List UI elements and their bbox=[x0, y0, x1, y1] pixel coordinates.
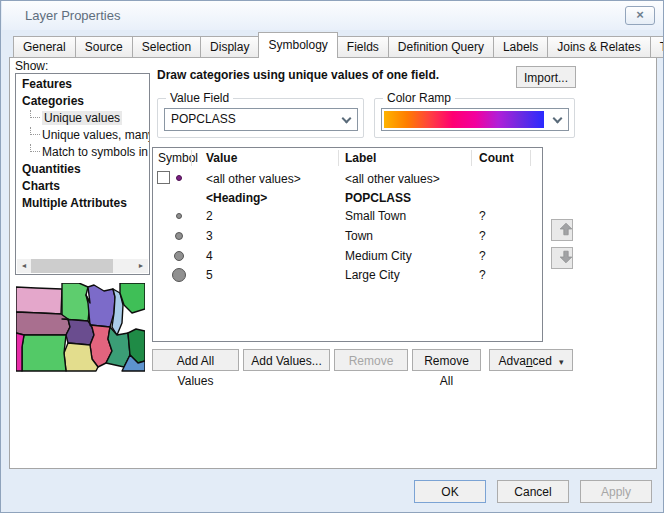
advanced-button[interactable]: Advanced▾ bbox=[489, 349, 573, 371]
tree-connector bbox=[30, 110, 40, 118]
tab-fields[interactable]: Fields bbox=[337, 36, 389, 58]
value-field-group: Value Field POPCLASS bbox=[157, 98, 364, 138]
color-ramp-label: Color Ramp bbox=[383, 91, 455, 105]
point-symbol-icon[interactable] bbox=[174, 251, 184, 261]
tab-display[interactable]: Display bbox=[200, 36, 259, 58]
map-preview bbox=[16, 283, 145, 372]
tab-joins-relates[interactable]: Joins & Relates bbox=[547, 36, 650, 58]
table-row-heading[interactable]: <Heading> POPCLASS bbox=[153, 188, 542, 208]
value-field-label: Value Field bbox=[166, 91, 233, 105]
window-title: Layer Properties bbox=[25, 8, 120, 23]
chevron-down-icon bbox=[553, 114, 563, 124]
ok-button[interactable]: OK bbox=[414, 480, 486, 503]
value-field-combobox[interactable]: POPCLASS bbox=[164, 108, 358, 131]
scroll-left-icon[interactable]: ◄ bbox=[17, 259, 31, 273]
unique-values-table: Symbol Value Label Count <all other valu… bbox=[152, 147, 543, 342]
chevron-down-icon bbox=[342, 114, 352, 124]
dropdown-caret-icon: ▾ bbox=[559, 357, 564, 367]
scrollbar-track[interactable] bbox=[113, 259, 134, 273]
tab-general[interactable]: General bbox=[13, 36, 76, 58]
scrollbar-thumb[interactable] bbox=[31, 259, 113, 273]
method-description: Draw categories using unique values of o… bbox=[157, 68, 439, 82]
arrow-up-icon bbox=[558, 221, 574, 237]
tree-connector bbox=[30, 144, 40, 152]
column-header-symbol: Symbol bbox=[158, 151, 198, 165]
color-ramp-group: Color Ramp bbox=[374, 98, 575, 138]
table-row-large-city[interactable]: 5 Large City ? bbox=[153, 265, 542, 285]
tree-item-categories[interactable]: Categories bbox=[16, 93, 149, 110]
symbology-tab-page: Show: Features Categories Unique values … bbox=[9, 57, 657, 469]
point-symbol-icon[interactable] bbox=[176, 175, 182, 181]
import-button[interactable]: Import... bbox=[516, 66, 576, 88]
tab-labels[interactable]: Labels bbox=[493, 36, 548, 58]
show-label: Show: bbox=[15, 59, 48, 73]
remove-button[interactable]: Remove bbox=[334, 349, 408, 371]
table-row-all-other-values[interactable]: <all other values> <all other values> bbox=[153, 169, 542, 189]
column-separator bbox=[338, 150, 339, 166]
close-icon[interactable]: × bbox=[625, 6, 655, 25]
all-other-values-checkbox[interactable] bbox=[157, 171, 170, 184]
tab-strip: General Source Selection Display Symbolo… bbox=[13, 34, 664, 58]
point-symbol-icon[interactable] bbox=[175, 232, 183, 240]
add-values-button[interactable]: Add Values... bbox=[243, 349, 330, 371]
point-symbol-icon[interactable] bbox=[172, 268, 186, 282]
tree-horizontal-scrollbar[interactable]: ◄ ► bbox=[17, 259, 148, 273]
tab-source[interactable]: Source bbox=[75, 36, 133, 58]
value-field-value: POPCLASS bbox=[171, 112, 236, 126]
tab-symbology[interactable]: Symbology bbox=[258, 32, 337, 58]
tab-time[interactable]: Time bbox=[650, 36, 664, 58]
cancel-button[interactable]: Cancel bbox=[497, 480, 569, 503]
tree-item-charts[interactable]: Charts bbox=[16, 178, 149, 195]
color-ramp-gradient bbox=[384, 111, 544, 128]
tree-item-unique-values[interactable]: Unique values bbox=[16, 110, 149, 127]
column-separator bbox=[471, 150, 472, 166]
title-bar[interactable]: Layer Properties × bbox=[2, 1, 664, 30]
tree-item-unique-values-many[interactable]: Unique values, many bbox=[16, 127, 149, 144]
scroll-right-icon[interactable]: ► bbox=[134, 259, 148, 273]
column-header-label: Label bbox=[345, 151, 376, 165]
tab-definition-query[interactable]: Definition Query bbox=[388, 36, 494, 58]
add-all-values-button[interactable]: Add All Values bbox=[152, 349, 239, 371]
table-row-small-town[interactable]: 2 Small Town ? bbox=[153, 206, 542, 226]
tree-item-quantities[interactable]: Quantities bbox=[16, 161, 149, 178]
remove-all-button[interactable]: Remove All bbox=[412, 349, 481, 371]
table-row-town[interactable]: 3 Town ? bbox=[153, 226, 542, 246]
advanced-label: Advanced bbox=[499, 354, 552, 368]
move-up-button[interactable] bbox=[551, 219, 573, 241]
column-header-value: Value bbox=[206, 151, 237, 165]
apply-button[interactable]: Apply bbox=[580, 480, 652, 503]
table-row-medium-city[interactable]: 4 Medium City ? bbox=[153, 246, 542, 266]
column-header-count: Count bbox=[479, 151, 514, 165]
column-separator bbox=[530, 150, 531, 166]
arrow-down-icon bbox=[558, 249, 574, 265]
map-preview-image bbox=[16, 283, 145, 372]
move-down-button[interactable] bbox=[551, 247, 573, 269]
tab-selection[interactable]: Selection bbox=[132, 36, 201, 58]
layer-properties-dialog: Layer Properties × General Source Select… bbox=[0, 0, 664, 513]
show-tree: Features Categories Unique values Unique… bbox=[15, 73, 150, 275]
column-separator bbox=[191, 150, 192, 166]
point-symbol-icon[interactable] bbox=[176, 213, 182, 219]
color-ramp-combobox[interactable] bbox=[381, 108, 569, 131]
tree-item-multiple-attributes[interactable]: Multiple Attributes bbox=[16, 195, 149, 212]
tree-connector bbox=[30, 127, 40, 135]
tree-item-match-to-symbols[interactable]: Match to symbols in a bbox=[16, 144, 149, 161]
tree-item-features[interactable]: Features bbox=[16, 76, 149, 93]
